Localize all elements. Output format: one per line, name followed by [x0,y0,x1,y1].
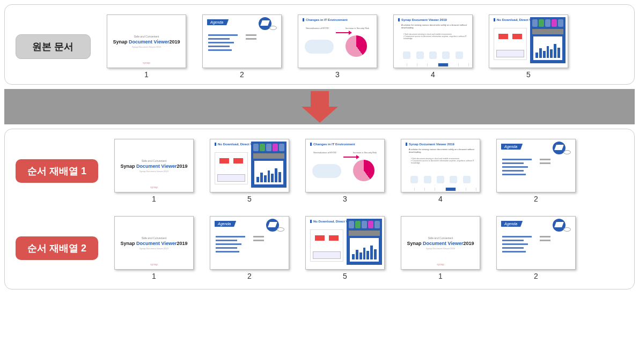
page-number: 2 [534,272,538,280]
page-number: 5 [343,272,347,280]
slide-thumbnail-docviewer: Synap Document Viewer 2019 A solution fo… [401,139,480,192]
slide-thumbnail-nodl: No Download, Direct View [210,139,289,192]
row-reorder-1: 순서 재배열 1 Safe and Convenient Synap Docum… [16,139,623,203]
page-number: 5 [526,70,531,79]
slide-thumbnail-title: Safe and Convenient Synap Document Viewe… [114,139,194,192]
panel-original: 원본 문서 Safe and Convenient Synap Document… [4,4,635,85]
thumbs-reorder-1: Safe and Convenient Synap Document Viewe… [114,139,623,203]
thumb-wrap: Agenda 2 [496,216,576,280]
page-number: 3 [335,70,340,79]
thumb-wrap: Safe and Convenient Synap Document Viewe… [114,139,194,203]
slide-thumbnail-itenv: Changes in IT Environment Generalization… [305,139,385,192]
thumbs-reorder-2: Safe and Convenient Synap Document Viewe… [114,216,623,280]
slide-thumbnail-agenda: Agenda [496,139,576,192]
page-number: 1 [152,195,156,203]
page-number: 4 [431,70,435,79]
thumb-wrap: No Download, Direct View 5 [210,139,289,203]
slide-thumbnail-title: Safe and Convenient Synap Document Viewe… [107,14,186,68]
slide-thumbnail-nodl: No Download, Direct View [305,216,385,270]
slide-thumbnail-agenda: Agenda [210,216,289,270]
label-reorder-1: 순서 재배열 1 [16,159,98,183]
page-number: 5 [247,195,252,203]
panel-reordered: 순서 재배열 1 Safe and Convenient Synap Docum… [4,129,635,289]
page-number: 1 [152,272,156,280]
page-number: 1 [144,70,149,79]
slide-thumbnail-agenda: Agenda [496,216,576,270]
thumb-wrap: Safe and Convenient Synap Document Viewe… [401,216,480,280]
separator-band [4,89,635,124]
slide-thumbnail-docviewer: Synap Document Viewer 2019 A solution fo… [393,14,473,68]
page-number: 1 [438,272,443,280]
slide-thumbnail-title: Safe and Convenient Synap Document Viewe… [114,216,194,270]
arrow-down-icon [302,91,338,123]
thumb-wrap: No Download, Direct View 5 [489,14,568,79]
label-reorder-2: 순서 재배열 2 [16,236,98,260]
thumb-wrap: Agenda 2 [202,14,282,79]
thumb-wrap: Safe and Convenient Synap Document Viewe… [107,14,186,79]
page-number: 3 [343,195,347,203]
slide-thumbnail-itenv: Changes in IT Environment Generalization… [298,14,377,68]
thumb-wrap: Safe and Convenient Synap Document Viewe… [114,216,194,280]
thumb-wrap: Agenda 2 [210,216,289,280]
label-original: 원본 문서 [16,34,91,59]
thumb-wrap: Agenda 2 [496,139,576,203]
thumb-wrap: Changes in IT Environment Generalization… [298,14,377,79]
thumb-wrap: Changes in IT Environment Generalization… [305,139,385,203]
row-reorder-2: 순서 재배열 2 Safe and Convenient Synap Docum… [16,216,623,280]
page-number: 2 [534,195,538,203]
thumb-wrap: Synap Document Viewer 2019 A solution fo… [393,14,473,79]
slide-thumbnail-title: Safe and Convenient Synap Document Viewe… [401,216,480,270]
thumbs-original: Safe and Convenient Synap Document Viewe… [107,14,623,79]
slide-thumbnail-nodl: No Download, Direct View [489,14,568,68]
thumb-wrap: No Download, Direct View 5 [305,216,385,280]
page-number: 2 [247,272,252,280]
slide-thumbnail-agenda: Agenda [202,14,282,68]
page-number: 4 [438,195,443,203]
thumb-wrap: Synap Document Viewer 2019 A solution fo… [401,139,480,203]
page-number: 2 [240,70,244,79]
